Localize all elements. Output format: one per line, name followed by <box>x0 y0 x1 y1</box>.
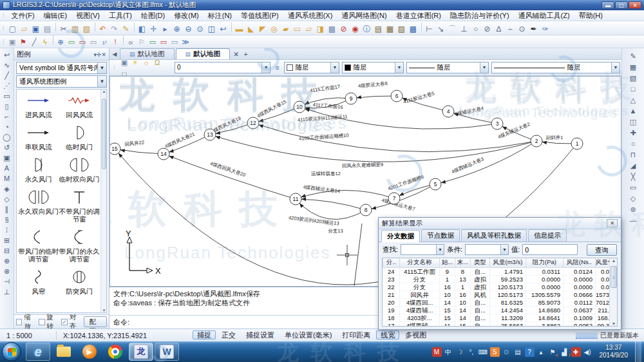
triangle-solid-icon[interactable]: ▲ <box>628 106 639 116</box>
legend-item-outburst-door[interactable]: 防突风门 <box>59 269 100 295</box>
status-toggle-捕捉设置[interactable]: 捕捉设置 <box>242 330 279 339</box>
legend-item-perm-double-door[interactable]: 永久双向风门 <box>18 189 59 223</box>
brush-icon[interactable]: ✑ <box>540 23 551 34</box>
menu-修改[interactable]: 修改(M) <box>169 11 204 20</box>
section-icon[interactable]: § <box>1 214 12 225</box>
layer-manager-icon[interactable]: ≡ <box>272 62 283 73</box>
diamond-icon[interactable]: ◇ <box>628 193 639 204</box>
dialog-tab-分支数据[interactable]: 分支数据 <box>381 230 420 242</box>
legend-scrollbar[interactable]: ▲ ▼ <box>100 90 106 312</box>
save-icon[interactable]: ▣ <box>30 23 41 34</box>
graph-edge[interactable] <box>354 224 362 286</box>
select-window-icon[interactable]: ◧ <box>137 23 147 34</box>
chevrons-icon[interactable]: ≫ <box>180 37 191 47</box>
scroll-down-icon[interactable]: ▼ <box>610 321 618 326</box>
table-row[interactable]: 21回风井1016风机120.51731305.55790.0666157342… <box>383 291 618 298</box>
menu-通风辅助工具[interactable]: 通风辅助工具(Z) <box>514 11 574 20</box>
scroll-up-icon[interactable]: ▲ <box>610 258 618 263</box>
parallel-icon[interactable]: ∥ <box>1 204 12 214</box>
zoom-extent-icon[interactable]: ⊙ <box>194 23 205 34</box>
tray-degree-icon[interactable]: °, <box>467 347 477 357</box>
status-toggle-多视图[interactable]: 多视图 <box>401 330 431 339</box>
sun-icon[interactable]: ☼ <box>141 57 151 68</box>
minimize-button[interactable]: ▬ <box>601 1 614 9</box>
measure-circle-icon[interactable]: ○ <box>470 23 481 34</box>
table-row[interactable]: 174煤西辅...1115自...25.56633.88620.005299.3… <box>383 321 618 327</box>
align-left-icon[interactable]: ⊣ <box>1 276 12 287</box>
tray-magnifier-icon[interactable]: ⊙ <box>502 347 511 357</box>
slash-line-icon[interactable]: ╱ <box>1 70 12 81</box>
draw-triangle-icon[interactable]: ◣ <box>245 23 256 34</box>
measure-slash-icon[interactable]: ⊘ <box>482 23 493 34</box>
tab-close-icon[interactable]: ✕ <box>231 49 241 59</box>
undo-icon[interactable]: ↶ <box>97 23 108 34</box>
rect-icon[interactable]: ▭ <box>628 182 639 193</box>
graph-node-2[interactable]: 2 <box>531 135 542 147</box>
scroll-thumb[interactable]: ≡ <box>611 266 617 288</box>
align-plus-icon[interactable]: ⊕ <box>1 256 12 266</box>
graph-node-13[interactable]: 13 <box>204 129 216 140</box>
layer-property-combo-2[interactable]: 随层▼ <box>406 62 489 73</box>
corner-tool-icon[interactable]: ⌐ <box>1 111 12 122</box>
draw-angle-icon[interactable]: ◤ <box>257 23 268 34</box>
graph-edge[interactable] <box>435 141 536 184</box>
measure-arc-icon[interactable]: ⌒ <box>447 23 458 34</box>
rect-delete-icon[interactable]: ▭ <box>77 37 88 47</box>
format-painter-icon[interactable]: ✎ <box>120 23 131 34</box>
pencil-icon[interactable]: ✎ <box>628 51 639 61</box>
checkbox-对齐[interactable]: ✓ <box>61 319 68 325</box>
update-link[interactable] <box>576 332 598 339</box>
triangle-outline-icon[interactable]: △ <box>628 95 639 105</box>
table-row[interactable]: 204煤西回...1410自...81.632585.90730.0112701… <box>383 298 618 306</box>
legend-item-return-flow[interactable]: 回风风流 <box>59 92 100 119</box>
open-folder-icon[interactable]: ▱ <box>19 23 30 34</box>
graph-edge[interactable] <box>296 199 366 210</box>
draw-polygon-icon[interactable]: ▰ <box>280 23 291 34</box>
rect-delete2-icon[interactable]: ▭ <box>158 37 169 47</box>
tray-volume-icon[interactable]: ◀) <box>583 347 592 357</box>
chevron-down-icon[interactable]: ▼ <box>97 62 106 73</box>
table-header[interactable]: 风阻(Ns.. <box>564 258 596 267</box>
close-button[interactable]: ✕ <box>629 1 641 9</box>
table-row[interactable]: 23分支113虚拟59.25230.00000.00000.0000 <box>383 275 618 283</box>
chevron-down-icon[interactable]: ▼ <box>611 62 620 73</box>
cut-icon[interactable]: ✂ <box>58 23 69 34</box>
graph-edge[interactable] <box>210 135 536 162</box>
graph-node-6[interactable]: 6 <box>391 90 402 102</box>
graph-node-4[interactable]: 4 <box>442 106 454 117</box>
graph-edge[interactable] <box>296 190 394 199</box>
diamond-icon[interactable]: ◇ <box>1 194 12 204</box>
layer-select-combo[interactable]: 0 ▼ <box>175 62 270 73</box>
graph-node-15[interactable]: 15 <box>110 143 120 155</box>
draw-line-icon[interactable]: ▬ <box>234 23 245 34</box>
split-box-icon[interactable]: ◫ <box>628 117 639 127</box>
tray-sogou-icon[interactable]: S <box>490 347 500 357</box>
status-toggle-单位设置(毫米)[interactable]: 单位设置(毫米) <box>280 330 336 339</box>
rotate-tool-icon[interactable]: ↺ <box>1 142 12 153</box>
tray-expand-arrow-icon[interactable]: ▴ <box>536 347 546 357</box>
scroll-thumb[interactable] <box>102 99 106 169</box>
measure-dot-icon[interactable]: ⊙ <box>516 23 527 34</box>
tray-moon-icon[interactable]: ☽ <box>455 347 465 357</box>
legend-item-intake-flow[interactable]: 进风风流 <box>18 92 59 119</box>
layer-property-combo-3[interactable]: 随层▼ <box>491 62 620 73</box>
table-row[interactable]: 184203胶...1514自...11.320914.86410.100916… <box>383 314 618 321</box>
pan-icon[interactable]: ✛ <box>148 23 159 34</box>
grid-hatch-icon[interactable]: ▧ <box>628 73 639 83</box>
table-row[interactable]: 22分支161虚拟120.51730.00000.00000.0000 <box>383 283 618 291</box>
status-toggle-线宽[interactable]: 线宽 <box>376 330 399 339</box>
menu-工具[interactable]: 工具(T) <box>104 11 137 20</box>
results-dialog[interactable]: 解算结果显示 ✕ 分支数据节点数据风机及等积孔数据信息提示 查找: ▼ 条件: … <box>378 217 621 330</box>
align-bottom-icon[interactable]: ⊥ <box>1 287 12 297</box>
taskbar-clock[interactable]: 13:37 2014/9/20 <box>594 344 634 359</box>
maximize-button[interactable]: ▢ <box>615 1 628 9</box>
red-flag-icon[interactable]: ⚑ <box>18 37 28 47</box>
align-grid-icon[interactable]: ⊞ <box>1 235 12 245</box>
copy-icon[interactable]: ▥ <box>70 23 80 34</box>
graph-node-14[interactable]: 14 <box>158 148 169 160</box>
print-icon[interactable]: ▤ <box>42 23 53 34</box>
blue-grid-icon[interactable]: ▩ <box>408 23 419 34</box>
menu-绘图[interactable]: 绘图(D) <box>137 11 169 20</box>
measure-diagonal-icon[interactable]: ↘ <box>435 23 446 34</box>
taskbar-app-explorer[interactable] <box>52 343 76 361</box>
